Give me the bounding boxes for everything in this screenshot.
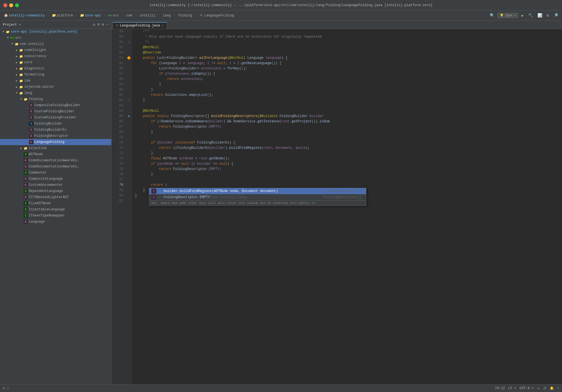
minimize-button[interactable]	[9, 3, 13, 7]
status-problems[interactable]: ⊘	[3, 386, 5, 390]
tree-LanguageFolding[interactable]: ▶ C LanguageFolding	[0, 139, 111, 145]
tree-CustomUncommenter[interactable]: ▶ C CustomUncommenter	[0, 182, 111, 188]
git-icon[interactable]: ⎇	[542, 386, 546, 390]
class-icon-cl: C	[23, 177, 28, 181]
tree-core[interactable]: ▶ 📁 core	[0, 59, 111, 65]
locate-file-icon[interactable]: ◎	[93, 22, 95, 27]
tree-injection[interactable]: ▶ 📁 injection	[0, 145, 111, 151]
sidebar-title[interactable]: Project ▾	[3, 23, 93, 27]
tree-Commenter[interactable]: ▶ I Commenter	[0, 170, 111, 176]
tree-CompositeFoldingBuilder[interactable]: ▶ C CompositeFoldingBuilder	[0, 102, 111, 108]
code-line-51: */	[135, 40, 559, 45]
tree-concurrency[interactable]: ▶ 📁 concurrency	[0, 53, 111, 59]
tree-InjectableLanguage[interactable]: ▶ I InjectableLanguage	[0, 206, 111, 213]
settings-icon[interactable]: ⚙	[545, 13, 551, 18]
ac-hint-text: Dot, space and some other keys will also…	[151, 201, 310, 205]
tree-CustomFoldingProvider[interactable]: ▶ C CustomFoldingProvider	[0, 115, 111, 121]
tree-lang[interactable]: ▼ 📁 lang	[0, 90, 111, 96]
maximize-button[interactable]	[15, 3, 19, 7]
linenum-49: 49	[112, 29, 123, 34]
gutter-76	[125, 172, 132, 177]
gutter-51[interactable]: ⊟	[125, 40, 132, 45]
coverage-button[interactable]: 📊	[536, 13, 544, 18]
notifications-icon[interactable]: 🔔	[550, 386, 554, 390]
tree-FoldingDescriptor[interactable]: ▶ C FoldingDescriptor	[0, 133, 111, 139]
nav-classname[interactable]: C LanguageFolding	[198, 13, 236, 18]
class-icon-cfp: C	[29, 115, 33, 120]
tree-folding[interactable]: ▼ 📁 folding	[0, 96, 111, 102]
ac-item-0[interactable]: C ↑ builder.buildFoldRegions(ASTNode nod…	[149, 188, 366, 194]
tree-FoldingBuilder[interactable]: ▶ I FoldingBuilder	[0, 121, 111, 127]
tree-FileASTNode[interactable]: ▶ I FileASTNode	[0, 200, 111, 206]
status-bar: ⊘ ⚠ 78:12 LF ▾ UTF-8 ▾ ⇥ ⎇ 🔔 ⚡	[0, 384, 562, 392]
nav-folding[interactable]: folding	[176, 13, 194, 18]
search-button[interactable]: 🔎	[552, 13, 560, 18]
code-line-62: }	[135, 98, 559, 103]
nav-core-api[interactable]: 📁 core-api	[78, 13, 103, 18]
nav-com[interactable]: com	[125, 13, 134, 18]
tree-com-intellij[interactable]: ▼ 📁 com.intellij	[0, 41, 111, 47]
line-ending[interactable]: LF ▾	[508, 386, 516, 390]
class-icon-lf: C	[29, 140, 33, 144]
close-sidebar-icon[interactable]: —	[106, 22, 108, 27]
fd-label: FoldingDescriptor	[34, 134, 68, 138]
fold-marker-51[interactable]: ⊟	[128, 41, 130, 44]
indent-icon[interactable]: ⇥	[537, 386, 539, 390]
tree-codeInsight[interactable]: ▶ 📁 codeInsight	[0, 47, 111, 53]
nav-platform[interactable]: 📁 platform	[50, 13, 75, 18]
code-line-49: /**	[135, 29, 559, 34]
tree-injected-editor[interactable]: ▶ 📁 injected.editor	[0, 84, 111, 90]
run-gutter-54[interactable]: 🔶	[127, 56, 131, 60]
tree-arrow-com: ▼	[10, 42, 14, 46]
nav-home[interactable]: 🏠 intellij-community	[2, 13, 47, 18]
tree-CodeDocumentation2[interactable]: ▶ C CodeDocumentationAwareCo…	[0, 164, 111, 170]
power-icon[interactable]: ⚡	[557, 386, 559, 390]
tree-CustomFoldingBuilder[interactable]: ▶ C CustomFoldingBuilder	[0, 108, 111, 115]
gutter-57	[125, 71, 132, 77]
tree-FCTSBackedLighterAST[interactable]: ▶ C FCTSBackedLighterAST	[0, 194, 111, 200]
fold-marker-62[interactable]: ⊟	[128, 99, 130, 102]
tree-CompositeLanguage[interactable]: ▶ C CompositeLanguage	[0, 176, 111, 182]
close-button[interactable]	[3, 3, 7, 7]
gutter-63	[125, 103, 132, 108]
nav-src[interactable]: src src	[106, 13, 121, 18]
tab-close-icon[interactable]: ✕	[162, 24, 163, 27]
tree-arrow-conc: ▶	[14, 54, 19, 59]
linenum-74: 74	[112, 161, 123, 167]
line-numbers: 49 50 51 52 53 54 55 56 57 58 59 60 61 6…	[112, 29, 125, 384]
tree-ASTNode[interactable]: ▶ I ASTNode	[0, 151, 111, 157]
cursor-position[interactable]: 78:12	[495, 386, 505, 390]
gear-icon[interactable]: ⚙	[102, 22, 104, 27]
code-content[interactable]: /** * Only queries base language results…	[132, 29, 562, 384]
tree-formatting[interactable]: ▶ 📁 formatting	[0, 72, 111, 78]
nav-lang[interactable]: lang	[161, 13, 173, 18]
gutter-68	[125, 130, 132, 135]
tree-FoldingBuilderEx[interactable]: ▶ C FoldingBuilderEx	[0, 127, 111, 133]
search-everywhere-icon[interactable]: 🔍	[488, 13, 496, 18]
folder-icon: 📁	[6, 30, 10, 34]
tree-arrow-folding: ▼	[19, 97, 23, 101]
impl-gutter-65[interactable]: ▼	[128, 115, 130, 118]
linenum-81: 81	[112, 198, 123, 204]
gutter-62[interactable]: ⊟	[125, 98, 132, 103]
collapse-all-icon[interactable]: ⊟	[98, 22, 100, 27]
tree-ITokenTypeRemapper[interactable]: ▶ I ITokenTypeRemapper	[0, 213, 111, 219]
tree-root[interactable]: ▼ 📁 core-api [intellij.platform.core]	[0, 29, 111, 35]
status-warnings[interactable]: ⚠	[7, 386, 9, 390]
tree-Language[interactable]: ▶ C Language	[0, 219, 111, 225]
encoding[interactable]: UTF-8 ▾	[520, 386, 534, 390]
idea-selector[interactable]: 💡 IDEA ▾	[497, 13, 519, 18]
nav-sep-1: ›	[48, 14, 49, 17]
tree-ide[interactable]: ▶ 📁 ide	[0, 78, 111, 84]
tab-LanguageFolding[interactable]: C LanguageFolding.java ✕	[113, 22, 167, 29]
run-button[interactable]: ▶	[520, 13, 525, 18]
tree-diagnostic[interactable]: ▶ 📁 diagnostic	[0, 65, 111, 72]
tree-CodeDocumentation1[interactable]: ▶ C CodeDocumentationAwareCo…	[0, 157, 111, 164]
nav-project: intellij-community	[9, 14, 45, 18]
ac-hint-link[interactable]: >>	[311, 201, 315, 205]
ac-item-1[interactable]: C ↑ FoldingDescriptor.EMPTY (com.intelli…	[149, 194, 366, 200]
nav-intellij[interactable]: intellij	[138, 13, 157, 18]
tree-src[interactable]: ▼ src src	[0, 35, 111, 41]
build-button[interactable]: 🔨	[527, 13, 535, 18]
tree-DependentLanguage[interactable]: ▶ I DependentLanguage	[0, 188, 111, 194]
